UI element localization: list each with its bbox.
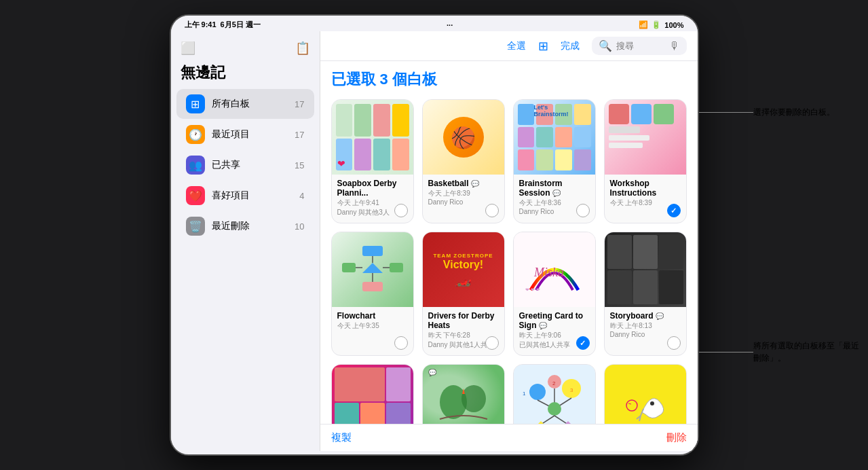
card-date-basketball: 今天 上午8:39 bbox=[428, 189, 499, 198]
card-check-workshop[interactable] bbox=[667, 204, 681, 217]
recent-icon: 🕐 bbox=[186, 125, 205, 144]
new-board-icon[interactable]: 📋 bbox=[295, 41, 310, 56]
svg-text:Miska: Miska bbox=[533, 266, 564, 279]
card-greeting[interactable]: Miska ❤ ❤ ❤ Greeting Card to Sign 💬 昨天 上… bbox=[513, 232, 596, 356]
favorites-icon: ❤️ bbox=[186, 186, 205, 205]
top-bar: 全選 ⊞ 完成 🔍 🎙 bbox=[320, 31, 698, 61]
svg-rect-8 bbox=[362, 282, 383, 291]
thumb-mood: ❤ bbox=[332, 365, 413, 424]
card-title-soapbox: Soapbox Derby Planni... bbox=[337, 179, 408, 198]
card-flowchart[interactable]: Flowchart 今天 上午9:35 bbox=[331, 232, 414, 356]
battery-icon: 🔋 bbox=[652, 20, 661, 29]
bottom-bar: 複製 刪除 bbox=[320, 424, 698, 451]
status-date: 6月5日 週一 bbox=[221, 20, 261, 30]
svg-text:1: 1 bbox=[523, 391, 526, 397]
search-icon: 🔍 bbox=[599, 39, 612, 52]
sidebar-count-recent: 17 bbox=[295, 130, 304, 140]
delete-button[interactable]: 刪除 bbox=[666, 431, 687, 444]
card-storyboard[interactable]: Storyboard 💬 昨天 上午8:13 Danny Rico bbox=[604, 232, 687, 356]
grid-view-icon[interactable]: ⊞ bbox=[538, 39, 548, 54]
mic-icon[interactable]: 🎙 bbox=[669, 40, 680, 52]
svg-rect-0 bbox=[362, 246, 383, 256]
sidebar-count-fav: 4 bbox=[299, 191, 304, 201]
card-check-flowchart[interactable] bbox=[394, 336, 408, 350]
card-title-brainstorm: Brainstorm Session 💬 bbox=[519, 179, 590, 198]
sidebar-count-shared: 15 bbox=[295, 160, 304, 170]
card-olivia[interactable]: ❤ Olivia Scribble Game 💬 昨天 上午8:07 Danny… bbox=[604, 364, 687, 424]
thumb-soapbox: ❤ bbox=[332, 100, 413, 175]
card-date-storyboard: 昨天 上午8:13 bbox=[610, 321, 681, 331]
ipad-frame: 上午 9:41 6月5日 週一 ··· 📶 🔋 100% ⬜ 📋 bbox=[170, 14, 699, 456]
sidebar: ⬜ 📋 無邊記 ⊞ 所有白板 17 🕐 最近項目 17 👥 bbox=[171, 31, 320, 451]
all-boards-icon: ⊞ bbox=[186, 94, 205, 113]
thumb-basketball: 🏀 bbox=[423, 100, 504, 175]
sidebar-item-recent[interactable]: 🕐 最近項目 17 bbox=[176, 120, 314, 149]
sidebar-item-all[interactable]: ⊞ 所有白板 17 bbox=[176, 89, 314, 119]
card-brainstorm[interactable]: Let's Brainstorm! Brainstorm Session 💬 今… bbox=[513, 99, 596, 223]
copy-button[interactable]: 複製 bbox=[331, 431, 352, 444]
deleted-icon: 🗑️ bbox=[186, 217, 205, 236]
svg-point-32 bbox=[626, 400, 637, 411]
card-mood[interactable]: ❤ Mood Board 昨天 上午8:13 bbox=[331, 364, 414, 424]
thumb-adventure: ❤ 💬 bbox=[423, 365, 504, 424]
card-title-greeting: Greeting Card to Sign 💬 bbox=[519, 311, 590, 330]
card-plot[interactable]: 1 2 3 Plot Twist 今天 上午8:10 bbox=[513, 364, 596, 424]
sidebar-toggle-icon[interactable]: ⬜ bbox=[181, 41, 195, 56]
card-title-flowchart: Flowchart bbox=[337, 311, 408, 321]
battery-percent: 100% bbox=[664, 21, 683, 29]
search-box[interactable]: 🔍 🎙 bbox=[592, 37, 687, 55]
select-all-button[interactable]: 全選 bbox=[503, 38, 530, 54]
annotation-bottom: 將所有選取的白板移至「最近刪除」。 bbox=[699, 340, 862, 364]
sidebar-label-recent: 最近項目 bbox=[212, 128, 288, 141]
svg-text:2: 2 bbox=[552, 380, 556, 386]
content-area: 已選取 3 個白板 bbox=[320, 61, 698, 424]
svg-line-22 bbox=[554, 416, 568, 424]
svg-marker-2 bbox=[362, 263, 383, 273]
svg-text:❤ ❤ ❤: ❤ ❤ ❤ bbox=[525, 287, 540, 292]
card-check-storyboard[interactable] bbox=[667, 336, 681, 350]
thumb-plot: 1 2 3 bbox=[514, 365, 595, 424]
card-check-brainstorm[interactable] bbox=[576, 204, 590, 217]
sidebar-item-favorites[interactable]: ❤️ 喜好項目 4 bbox=[176, 181, 314, 211]
main-content: 全選 ⊞ 完成 🔍 🎙 已選取 3 個白板 bbox=[320, 31, 698, 451]
card-workshop[interactable]: Workshop Instructions 今天 上午8:39 bbox=[604, 99, 687, 223]
card-title-workshop: Workshop Instructions bbox=[610, 179, 681, 198]
card-check-basketball[interactable] bbox=[485, 204, 499, 217]
card-check-greeting[interactable] bbox=[576, 336, 590, 350]
annotation-bottom-text: 將所有選取的白板移至「最近刪除」。 bbox=[753, 340, 862, 364]
sidebar-count-all: 17 bbox=[295, 99, 304, 109]
card-check-soapbox[interactable] bbox=[394, 204, 408, 217]
card-adventure[interactable]: ❤ 💬 Adventure Map 💬 今天 上午8:11 Danny Rico bbox=[422, 364, 505, 424]
thumb-flowchart bbox=[332, 232, 413, 307]
thumb-greeting: Miska ❤ ❤ ❤ bbox=[514, 232, 595, 307]
sidebar-item-deleted[interactable]: 🗑️ 最近刪除 10 bbox=[176, 211, 314, 241]
card-drivers[interactable]: TEAM ZOESTROPE Victory! 🏎️ Drivers for D… bbox=[422, 232, 505, 356]
svg-text:3: 3 bbox=[570, 387, 573, 393]
done-button[interactable]: 完成 bbox=[556, 38, 584, 54]
card-basketball[interactable]: 🏀 Basketball 💬 今天 上午8:39 Danny Rico bbox=[422, 99, 505, 223]
thumb-drivers: TEAM ZOESTROPE Victory! 🏎️ bbox=[423, 232, 504, 307]
sidebar-label-deleted: 最近刪除 bbox=[212, 220, 288, 232]
sidebar-count-deleted: 10 bbox=[295, 221, 304, 232]
card-date-flowchart: 今天 上午9:35 bbox=[337, 321, 408, 331]
svg-rect-5 bbox=[342, 263, 356, 272]
app-title: 無邊記 bbox=[171, 62, 320, 88]
wifi-icon: 📶 bbox=[639, 20, 648, 29]
sidebar-item-shared[interactable]: 👥 已共享 15 bbox=[176, 150, 314, 180]
shared-icon: 👥 bbox=[186, 156, 205, 175]
sidebar-label-all: 所有白板 bbox=[212, 98, 288, 110]
status-bar: 上午 9:41 6月5日 週一 ··· 📶 🔋 100% bbox=[171, 16, 698, 31]
svg-point-28 bbox=[650, 401, 654, 405]
card-title-drivers: Drivers for Derby Heats bbox=[428, 311, 499, 330]
svg-point-20 bbox=[548, 402, 561, 416]
card-title-storyboard: Storyboard 💬 bbox=[610, 311, 681, 321]
thumb-brainstorm: Let's Brainstorm! bbox=[514, 100, 595, 175]
card-soapbox[interactable]: ❤ Soapbox Derby Planni... 今天 上午9:41 Dann… bbox=[331, 99, 414, 223]
selection-title: 已選取 3 個白板 bbox=[331, 69, 687, 90]
sidebar-header: ⬜ 📋 bbox=[171, 38, 320, 62]
search-input[interactable] bbox=[616, 41, 665, 51]
card-check-drivers[interactable] bbox=[485, 336, 499, 350]
sidebar-label-shared: 已共享 bbox=[212, 159, 288, 171]
svg-point-14 bbox=[529, 384, 546, 400]
svg-line-33 bbox=[628, 403, 631, 404]
